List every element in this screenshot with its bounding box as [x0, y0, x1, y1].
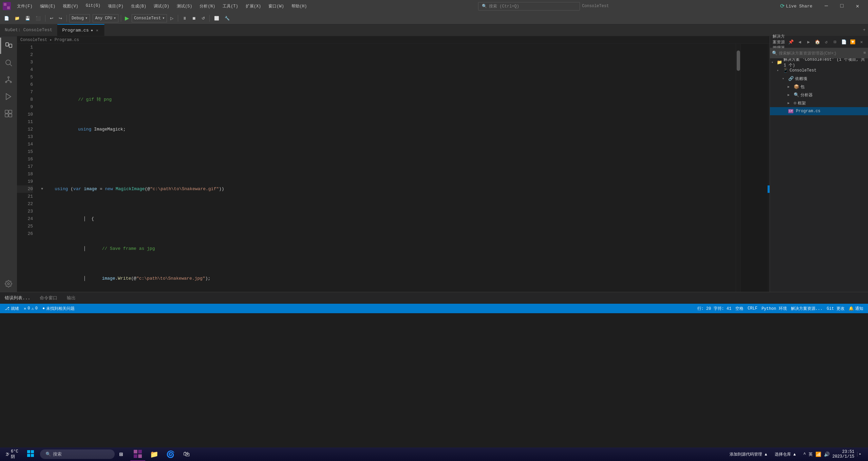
taskbar-app-store[interactable]: 🛍: [179, 447, 194, 461]
menu-project[interactable]: 项目(P): [105, 2, 127, 11]
tab-program[interactable]: Program.cs ● ✕: [57, 24, 104, 36]
show-desktop-button[interactable]: ▪: [857, 452, 863, 457]
se-refresh-button[interactable]: ↺: [823, 38, 830, 46]
status-notifications[interactable]: 🔔 通知: [847, 304, 865, 313]
run-button[interactable]: ▶: [124, 14, 130, 22]
activity-settings[interactable]: [0, 276, 17, 292]
tree-solution[interactable]: ▾ 📁 解决方案 'ConsoleTest' (1 个项目, 共 1 个): [770, 58, 868, 66]
status-no-issues[interactable]: ● 未找到相关问题: [40, 304, 77, 313]
line-num-26: 26: [17, 230, 33, 238]
open-folder-button[interactable]: 📁: [13, 14, 22, 23]
breadcrumb: ConsoleTest ▸ Program.cs: [17, 36, 770, 44]
tree-dependencies[interactable]: ▾ 🔗 依赖项: [770, 75, 868, 83]
menu-edit[interactable]: 编辑(E): [37, 2, 59, 11]
global-search-box[interactable]: 🔍 搜索 (Ctrl+Q): [478, 2, 580, 11]
platform-dropdown[interactable]: Any CPU ▾: [93, 14, 118, 22]
menu-analyze[interactable]: 分析(N): [196, 2, 219, 11]
activity-debug[interactable]: [0, 88, 17, 105]
se-home-button[interactable]: 🏠: [814, 38, 821, 46]
debug-config-dropdown[interactable]: Debug ▾: [69, 14, 90, 22]
tray-up-icon[interactable]: ^: [803, 452, 806, 457]
tray-lang[interactable]: 英: [809, 452, 813, 457]
status-solution[interactable]: 解决方案资源...: [789, 304, 825, 313]
scrollbar-thumb[interactable]: [737, 51, 740, 71]
menu-extensions[interactable]: 扩展(X): [242, 2, 265, 11]
close-button[interactable]: ✕: [850, 0, 865, 12]
menu-build[interactable]: 生成(B): [128, 2, 150, 11]
start-without-debug-button[interactable]: ▷: [168, 14, 175, 23]
weather-widget[interactable]: 🌫 6°C 阴: [3, 449, 21, 460]
status-encoding[interactable]: CRLF: [746, 304, 759, 313]
menu-git[interactable]: Git(G): [82, 2, 104, 11]
taskbar-app-vs[interactable]: [130, 447, 145, 461]
windows-start-button[interactable]: [23, 450, 38, 458]
menu-window[interactable]: 窗口(W): [265, 2, 287, 11]
activity-git[interactable]: [0, 72, 17, 88]
menu-test[interactable]: 测试(S): [173, 2, 196, 11]
search-icon: 🔍: [482, 4, 487, 9]
menu-help[interactable]: 帮助(H): [288, 2, 310, 11]
stop-button[interactable]: ⏹: [190, 14, 198, 23]
tray-sound-icon[interactable]: 🔊: [824, 452, 830, 457]
redo-button[interactable]: ↪: [57, 14, 64, 23]
menu-tools[interactable]: 工具(T): [219, 2, 242, 11]
activity-search[interactable]: [0, 55, 17, 71]
add-tab-button[interactable]: +: [861, 24, 868, 36]
menu-bar[interactable]: 文件(F) 编辑(E) 视图(V) Git(G) 项目(P) 生成(B) 调试(…: [14, 2, 310, 11]
menu-view[interactable]: 视图(V): [59, 2, 82, 11]
undo-button[interactable]: ↩: [48, 14, 55, 23]
save-button[interactable]: 💾: [23, 14, 32, 23]
se-close-button[interactable]: ✕: [858, 38, 865, 46]
status-errors[interactable]: ✕ 0 ⚠ 0: [22, 304, 40, 313]
maximize-button[interactable]: □: [834, 0, 850, 12]
se-pin-button[interactable]: 📌: [787, 38, 795, 46]
taskbar-search-icon: 🔍: [45, 452, 51, 457]
status-branch[interactable]: ⎇ 就绪: [3, 304, 21, 313]
pause-button[interactable]: ⏸: [181, 14, 189, 23]
svg-rect-26: [134, 454, 137, 458]
minimize-button[interactable]: ─: [818, 0, 834, 12]
tools-btn[interactable]: 🔧: [223, 14, 232, 23]
bottom-tab-cmd[interactable]: 命令窗口: [35, 292, 62, 304]
restart-button[interactable]: ↺: [200, 14, 207, 23]
line-num-13: 13: [17, 133, 33, 141]
vertical-scrollbar[interactable]: [736, 44, 740, 292]
menu-file[interactable]: 文件(F): [14, 2, 36, 11]
status-spaces[interactable]: 空格: [733, 304, 746, 313]
new-file-button[interactable]: 📄: [2, 14, 11, 23]
activity-explorer[interactable]: [0, 38, 17, 54]
solution-explorer-search-input[interactable]: [779, 51, 862, 56]
bottom-tab-errors[interactable]: 错误列表...: [0, 292, 35, 304]
run-target-dropdown[interactable]: ConsoleTest ▾: [132, 14, 167, 22]
code-editor[interactable]: // gif 转 png using ImageMagick; ▼ using …: [36, 44, 736, 292]
se-collapse-button[interactable]: ⊟: [831, 38, 839, 46]
live-share-button[interactable]: ⟳ Live Share: [777, 3, 816, 9]
taskbar-app-files[interactable]: 📁: [147, 447, 162, 461]
taskbar-search-box[interactable]: 🔍 搜索: [40, 449, 115, 459]
status-git[interactable]: Git 更改: [825, 304, 847, 313]
status-cursor-pos[interactable]: 行: 20 字符: 41: [695, 304, 734, 313]
tray-network-icon[interactable]: 📶: [815, 452, 821, 457]
tree-program-cs[interactable]: C# Program.cs: [770, 107, 868, 115]
breakpoint-button[interactable]: ⬜: [212, 14, 221, 23]
save-all-button[interactable]: ⬛: [34, 14, 43, 23]
fold-icon-5[interactable]: ▼: [41, 185, 43, 193]
se-show-files-button[interactable]: 📄: [840, 38, 848, 46]
se-nav-back-button[interactable]: ◀: [796, 38, 804, 46]
taskbar-app-edge[interactable]: 🌀: [163, 447, 178, 461]
tree-framework[interactable]: ▶ ⚙ 框架: [770, 99, 868, 107]
status-python[interactable]: Python 环境: [759, 304, 789, 313]
tree-packages[interactable]: ▶ 📦 包: [770, 83, 868, 91]
se-filter-button[interactable]: 🔽: [849, 38, 856, 46]
menu-debug[interactable]: 调试(D): [150, 2, 173, 11]
tab-nuget[interactable]: NuGet: ConsoleTest: [0, 24, 57, 36]
tree-analyzers[interactable]: ▶ 🔍 分析器: [770, 91, 868, 99]
add-source-code-button[interactable]: 添加到源代码管理 ▲: [727, 452, 770, 457]
tab-close-button[interactable]: ✕: [95, 28, 99, 33]
clock[interactable]: 23:51 2023/1/15: [832, 449, 854, 459]
task-view-button[interactable]: ⊞: [117, 450, 126, 458]
bottom-tab-output[interactable]: 输出: [62, 292, 80, 304]
se-nav-forward-button[interactable]: ▶: [805, 38, 812, 46]
select-repo-button[interactable]: 选择仓库 ▲: [772, 452, 798, 457]
activity-extensions[interactable]: [0, 105, 17, 122]
